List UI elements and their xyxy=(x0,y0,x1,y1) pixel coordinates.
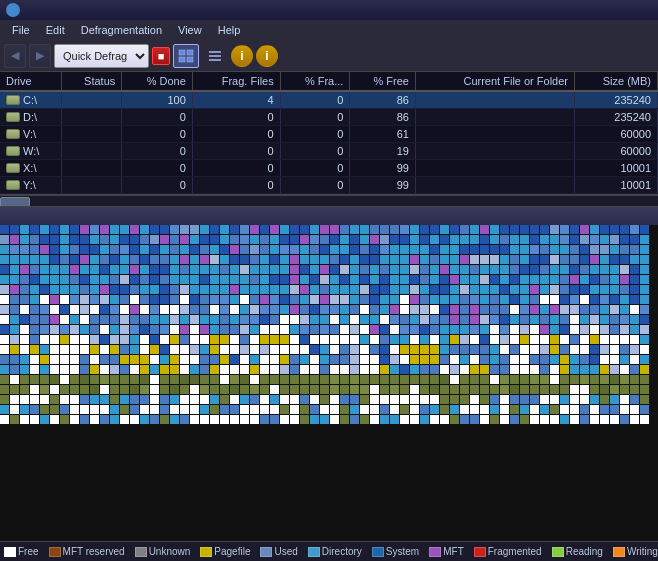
cell-row4-col7: 10001 xyxy=(575,160,658,177)
info-button-2[interactable]: i xyxy=(256,45,278,67)
table-row[interactable]: Y:\0009910001 xyxy=(0,177,658,194)
hdd-icon xyxy=(6,95,20,105)
col-header-frag-files: Frag. Files xyxy=(192,72,280,91)
table-row[interactable]: C:\1004086235240 xyxy=(0,91,658,109)
cell-row0-col6 xyxy=(415,91,574,109)
cell-row3-col4: 0 xyxy=(280,143,350,160)
table-row[interactable]: W:\0001960000 xyxy=(0,143,658,160)
menu-item-file[interactable]: File xyxy=(4,22,38,38)
legend-swatch xyxy=(49,547,61,557)
legend-item-directory: Directory xyxy=(308,546,362,557)
stop-button[interactable]: ■ xyxy=(152,47,170,65)
legend: FreeMFT reservedUnknownPagefileUsedDirec… xyxy=(0,541,658,561)
drive-label-bar xyxy=(0,207,658,225)
legend-label: Unknown xyxy=(149,546,191,557)
legend-item-system: System xyxy=(372,546,419,557)
legend-label: Pagefile xyxy=(214,546,250,557)
legend-label: Writing xyxy=(627,546,658,557)
cell-row5-col6 xyxy=(415,177,574,194)
legend-swatch xyxy=(474,547,486,557)
cell-row0-col5: 86 xyxy=(350,91,416,109)
list-view-button[interactable] xyxy=(202,44,228,68)
legend-item-reading: Reading xyxy=(552,546,603,557)
cell-row5-col7: 10001 xyxy=(575,177,658,194)
legend-label: Directory xyxy=(322,546,362,557)
menu-item-defragmentation[interactable]: Defragmentation xyxy=(73,22,170,38)
legend-item-unknown: Unknown xyxy=(135,546,191,557)
svg-rect-0 xyxy=(179,50,185,55)
cell-row3-col0: W:\ xyxy=(0,143,62,160)
cell-row5-col2: 0 xyxy=(122,177,193,194)
cell-row3-col1 xyxy=(62,143,122,160)
cell-row0-col1 xyxy=(62,91,122,109)
legend-swatch xyxy=(260,547,272,557)
forward-button[interactable]: ▶ xyxy=(29,44,51,68)
menu-item-help[interactable]: Help xyxy=(210,22,249,38)
cell-row2-col6 xyxy=(415,126,574,143)
col-header-size-mb: Size (MB) xyxy=(575,72,658,91)
legend-swatch xyxy=(372,547,384,557)
cell-row5-col0: Y:\ xyxy=(0,177,62,194)
cell-row3-col7: 60000 xyxy=(575,143,658,160)
cell-row2-col1 xyxy=(62,126,122,143)
table-row[interactable]: D:\00086235240 xyxy=(0,109,658,126)
menubar: FileEditDefragmentationViewHelp xyxy=(0,20,658,40)
cell-row4-col6 xyxy=(415,160,574,177)
cell-row1-col0: D:\ xyxy=(0,109,62,126)
svg-rect-3 xyxy=(187,57,193,62)
legend-swatch xyxy=(308,547,320,557)
drive-name: V:\ xyxy=(23,128,36,140)
cell-row2-col3: 0 xyxy=(192,126,280,143)
cell-row2-col7: 60000 xyxy=(575,126,658,143)
legend-item-mft: MFT xyxy=(429,546,464,557)
cell-row4-col0: X:\ xyxy=(0,160,62,177)
col-header-pct-frag: % Fra... xyxy=(280,72,350,91)
hdd-icon xyxy=(6,129,20,139)
legend-swatch xyxy=(200,547,212,557)
cell-row1-col2: 0 xyxy=(122,109,193,126)
col-header-current-file: Current File or Folder xyxy=(415,72,574,91)
legend-label: MFT xyxy=(443,546,464,557)
cell-row5-col3: 0 xyxy=(192,177,280,194)
cell-row4-col4: 0 xyxy=(280,160,350,177)
cell-row3-col3: 0 xyxy=(192,143,280,160)
disk-map xyxy=(0,225,658,541)
cell-row4-col1 xyxy=(62,160,122,177)
cell-row3-col2: 0 xyxy=(122,143,193,160)
legend-label: System xyxy=(386,546,419,557)
cell-row4-col2: 0 xyxy=(122,160,193,177)
drive-table-body: C:\1004086235240D:\00086235240V:\0006160… xyxy=(0,91,658,194)
table-row[interactable]: X:\0009910001 xyxy=(0,160,658,177)
cell-row4-col3: 0 xyxy=(192,160,280,177)
back-button[interactable]: ◀ xyxy=(4,44,26,68)
legend-item-pagefile: Pagefile xyxy=(200,546,250,557)
menu-item-view[interactable]: View xyxy=(170,22,210,38)
drive-name: Y:\ xyxy=(23,179,36,191)
drive-table: Drive Status % Done Frag. Files % Fra...… xyxy=(0,72,658,194)
scroll-thumb[interactable] xyxy=(0,197,30,207)
col-header-pct-free: % Free xyxy=(350,72,416,91)
grid-view-button[interactable] xyxy=(173,44,199,68)
cell-row2-col4: 0 xyxy=(280,126,350,143)
cell-row1-col6 xyxy=(415,109,574,126)
svg-rect-2 xyxy=(179,57,185,62)
menu-item-edit[interactable]: Edit xyxy=(38,22,73,38)
cell-row1-col4: 0 xyxy=(280,109,350,126)
cell-row2-col0: V:\ xyxy=(0,126,62,143)
horizontal-scrollbar[interactable] xyxy=(0,195,658,207)
col-header-drive: Drive xyxy=(0,72,62,91)
info-button-1[interactable]: i xyxy=(231,45,253,67)
cell-row3-col6 xyxy=(415,143,574,160)
cell-row2-col5: 61 xyxy=(350,126,416,143)
cell-row0-col3: 4 xyxy=(192,91,280,109)
defrag-mode-select[interactable]: Quick Defrag Full Defrag Analyze xyxy=(54,44,149,68)
titlebar xyxy=(0,0,658,20)
table-row[interactable]: V:\0006160000 xyxy=(0,126,658,143)
legend-item-mft-reserved: MFT reserved xyxy=(49,546,125,557)
cell-row0-col4: 0 xyxy=(280,91,350,109)
hdd-icon xyxy=(6,180,20,190)
cell-row1-col7: 235240 xyxy=(575,109,658,126)
drive-name: C:\ xyxy=(23,94,37,106)
hdd-icon xyxy=(6,146,20,156)
cell-row1-col1 xyxy=(62,109,122,126)
